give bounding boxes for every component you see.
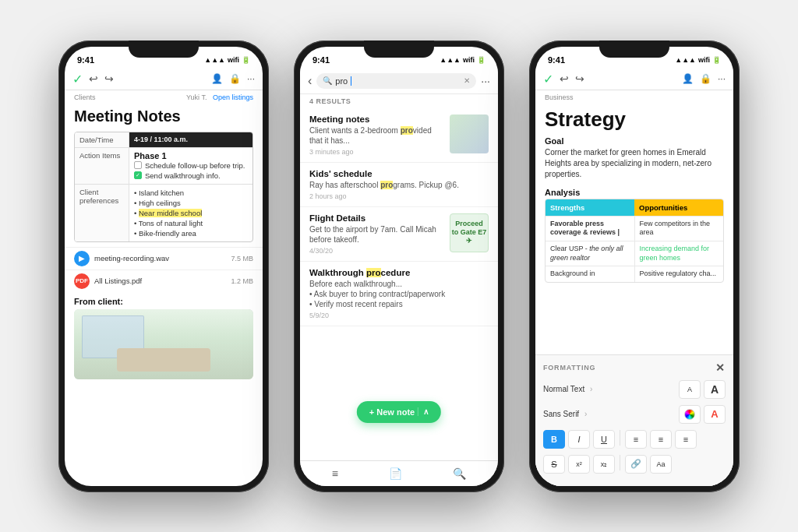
format-row-sans: Sans Serif › A xyxy=(543,405,726,424)
link-button[interactable]: 🔗 xyxy=(625,455,647,474)
search-bottom-icon[interactable]: 🔍 xyxy=(453,467,466,480)
search-more-icon[interactable]: ··· xyxy=(481,75,490,87)
note-title-1: Meeting Notes xyxy=(74,107,181,125)
font-color-button[interactable]: A xyxy=(704,405,726,424)
notch-1 xyxy=(129,41,199,58)
color-font-buttons: A xyxy=(679,405,726,424)
font-case-button[interactable]: Aa xyxy=(650,455,672,474)
checkbox-2[interactable]: ✓ xyxy=(134,171,142,179)
italic-button[interactable]: I xyxy=(568,430,590,449)
format-divider-1 xyxy=(620,430,620,446)
bullet-4: • Tons of natural light xyxy=(134,218,248,228)
more-icon-3[interactable]: ··· xyxy=(718,73,726,84)
action-label: Action Items xyxy=(75,148,129,184)
align-right-button[interactable]: ≡ xyxy=(675,430,697,449)
analysis-opportunity-2: Increasing demand for green homes xyxy=(635,241,724,266)
text-size-small[interactable]: A xyxy=(679,380,701,399)
result-thumb-1 xyxy=(450,115,489,153)
meeting-table: Date/Time 4-19 / 11:00 a.m. Action Items… xyxy=(74,132,253,242)
bullet-2: • High ceilings xyxy=(134,198,248,208)
redo-icon[interactable]: ↪ xyxy=(104,72,114,85)
screen-1: 9:41 ▲▲▲ wifi 🔋 ✓ ↩ ↪ 👤 🔒 ··· xyxy=(65,47,263,486)
search-clear-icon[interactable]: ✕ xyxy=(464,76,470,85)
analysis-row-1: Favorable press coverage & reviews | Few… xyxy=(546,216,723,241)
analysis-table: Strengths Opportunities Favorable press … xyxy=(545,199,724,283)
color-picker-button[interactable] xyxy=(679,405,701,424)
undo-icon[interactable]: ↩ xyxy=(89,72,98,85)
user-icon[interactable]: 👤 xyxy=(211,73,223,84)
toolbar-1: ✓ ↩ ↪ 👤 🔒 ··· xyxy=(65,69,263,90)
analysis-strength-3: Background in xyxy=(546,266,635,282)
search-bar: ‹ 🔍 pro ✕ ··· xyxy=(300,69,498,94)
home-icon[interactable]: 🔒 xyxy=(229,73,241,84)
phone-3: 9:41 ▲▲▲ wifi 🔋 ✓ ↩ ↪ 👤 🔒 ··· xyxy=(529,41,740,492)
result-item-2[interactable]: Kids' schedule Ray has afterschool progr… xyxy=(300,163,498,207)
back-button[interactable]: ‹ xyxy=(308,74,312,88)
align-left-button[interactable]: ≡ xyxy=(625,430,647,449)
checkbox-item-2: ✓ Send walkthrough info. xyxy=(134,171,248,181)
check-icon-3[interactable]: ✓ xyxy=(543,72,553,86)
wifi-icon: wifi xyxy=(228,56,239,64)
goal-label: Goal xyxy=(535,133,733,147)
toolbar-right: 👤 🔒 ··· xyxy=(211,73,255,84)
text-size-large[interactable]: A xyxy=(704,380,726,399)
text-size-buttons: A A xyxy=(679,380,726,399)
normal-text-label[interactable]: Normal Text › xyxy=(543,385,679,393)
notes-icon[interactable]: 📄 xyxy=(389,467,402,480)
underline-button[interactable]: U xyxy=(593,430,615,449)
date-label: Date/Time xyxy=(75,132,129,147)
analysis-opportunity-1: Few competitors in the area xyxy=(635,217,724,241)
strikethrough-button[interactable]: S xyxy=(543,455,565,474)
check-icon[interactable]: ✓ xyxy=(72,72,83,86)
status-icons-2: ▲▲▲ wifi 🔋 xyxy=(440,56,486,64)
result-thumb-flight: Proceedto Gate E7 ✈ xyxy=(450,213,489,252)
signal-icon-3: ▲▲▲ xyxy=(675,56,696,64)
menu-icon[interactable]: ≡ xyxy=(332,467,338,480)
signal-icon: ▲▲▲ xyxy=(204,56,225,64)
result-item-4[interactable]: Walkthrough procedure Before each walkth… xyxy=(300,262,498,326)
open-listings-link[interactable]: Open listings xyxy=(213,93,253,101)
redo-icon-3[interactable]: ↪ xyxy=(575,72,584,85)
battery-icon: 🔋 xyxy=(242,56,250,64)
highlight-text: Near middle school xyxy=(139,209,202,217)
home-icon-3[interactable]: 🔒 xyxy=(700,73,711,84)
analysis-strength-2: Clear USP - the only all green realtor xyxy=(546,241,635,266)
result-item-3[interactable]: Flight Details Get to the airport by 7am… xyxy=(300,207,498,262)
superscript-button[interactable]: x² xyxy=(568,455,590,474)
result-time-4: 5/9/20 xyxy=(309,312,489,319)
phone1-content: ✓ ↩ ↪ 👤 🔒 ··· Clients Yuki T. Open listi… xyxy=(65,69,263,486)
sans-serif-label[interactable]: Sans Serif › xyxy=(543,410,679,418)
align-center-button[interactable]: ≡ xyxy=(650,430,672,449)
user-icon-3[interactable]: 👤 xyxy=(682,73,694,84)
sans-serif-arrow: › xyxy=(584,410,587,418)
bold-button[interactable]: B xyxy=(543,430,565,449)
screen-2: 9:41 ▲▲▲ wifi 🔋 ‹ 🔍 pro ✕ ··· 4 RESULTS xyxy=(300,47,498,486)
breadcrumb-3: Business xyxy=(535,90,733,104)
attachment-name-2: All Listings.pdf xyxy=(94,277,226,285)
battery-icon-3: 🔋 xyxy=(712,56,721,64)
time-2: 9:41 xyxy=(312,55,330,65)
phone3-content: ✓ ↩ ↪ 👤 🔒 ··· Business Strategy Goal Cor… xyxy=(535,69,733,486)
checkbox-label-2: Send walkthrough info. xyxy=(145,171,221,180)
more-icon[interactable]: ··· xyxy=(247,73,255,84)
client-pref-value: • Island kitchen • High ceilings • Near … xyxy=(129,185,252,241)
formatting-header: FORMATTING ✕ xyxy=(543,361,726,374)
normal-text-arrow: › xyxy=(590,385,592,393)
result-item-1[interactable]: Meeting notes Client wants a 2-bedroom p… xyxy=(300,108,498,163)
undo-icon-3[interactable]: ↩ xyxy=(560,72,569,85)
formatting-close-button[interactable]: ✕ xyxy=(715,361,726,374)
new-note-button[interactable]: + New note ∧ xyxy=(357,401,441,423)
result-text-2: Kids' schedule Ray has afterschool progr… xyxy=(309,169,489,200)
breadcrumb-clients: Clients xyxy=(74,93,96,101)
breadcrumb-business: Business xyxy=(545,93,574,101)
client-image xyxy=(74,309,253,379)
result-text-1: Meeting notes Client wants a 2-bedroom p… xyxy=(309,115,443,156)
time-3: 9:41 xyxy=(548,55,565,65)
format-row-extra: S x² x₂ 🔗 Aa xyxy=(543,455,726,474)
wifi-icon-3: wifi xyxy=(698,56,710,64)
result-snippet-2: Ray has afterschool programs. Pickup @6. xyxy=(309,180,489,190)
search-input-wrap[interactable]: 🔍 pro ✕ xyxy=(316,73,476,89)
subscript-button[interactable]: x₂ xyxy=(593,455,615,474)
toolbar-3: ✓ ↩ ↪ 👤 🔒 ··· xyxy=(535,69,733,90)
checkbox-1[interactable] xyxy=(134,161,142,169)
